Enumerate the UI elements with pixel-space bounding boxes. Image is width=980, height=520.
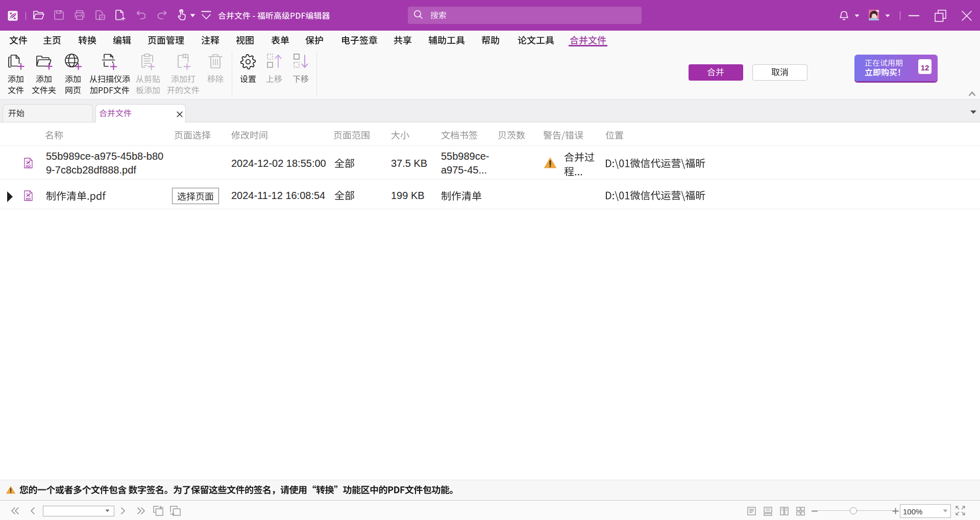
svg-text:PDF: PDF <box>26 197 31 201</box>
svg-text:PDF: PDF <box>26 165 31 168</box>
